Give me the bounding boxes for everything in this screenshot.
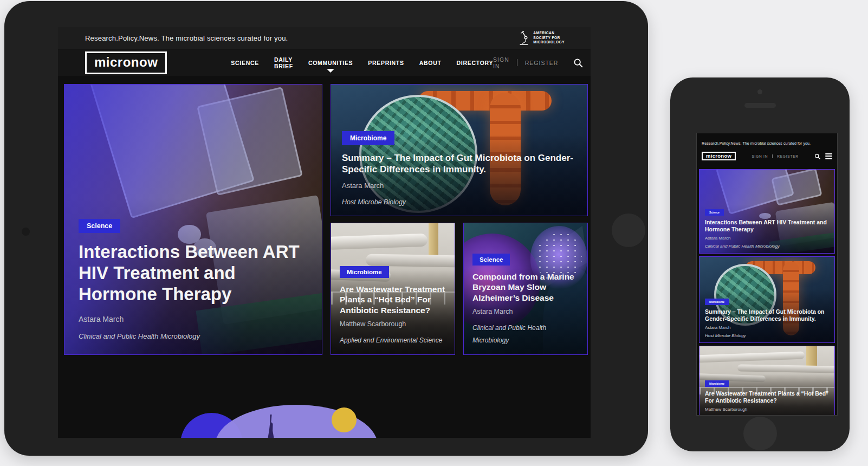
- article-card-wastewater[interactable]: Microbiome Are Wastewater Treatment Plan…: [331, 223, 455, 355]
- nav-item-about[interactable]: ABOUT: [419, 60, 442, 66]
- article-body: Microbiome Summary – The Impact of Gut M…: [331, 131, 587, 216]
- article-author: Matthew Scarborough: [705, 407, 747, 412]
- article-author: Matthew Scarborough: [340, 320, 406, 328]
- site-topbar: Research.Policy.News. The microbial scie…: [58, 27, 591, 49]
- article-title[interactable]: Are Wastewater Treatment Plants a “Hot B…: [705, 390, 829, 404]
- article-author: Astara March: [472, 308, 513, 315]
- main-navbar: micronow SCIENCE DAILY BRIEF COMMUNITIES…: [58, 49, 591, 76]
- register-link[interactable]: REGISTER: [777, 154, 799, 158]
- asm-logo-text: AMERICAN SOCIETY FOR MICROBIOLOGY: [533, 31, 565, 45]
- nav-links: SCIENCE DAILY BRIEF COMMUNITIES PREPRINT…: [231, 56, 493, 69]
- article-card-gut-microbiota[interactable]: Microbiome Summary – The Impact of Gut M…: [699, 256, 835, 343]
- phone-camera: [757, 89, 762, 94]
- article-body: Science Interactions Between ART HIV Tre…: [699, 209, 834, 253]
- article-card-hero[interactable]: Science Interactions Between ART HIV Tre…: [64, 84, 322, 355]
- article-card-alzheimers[interactable]: Science Compound from a Marine Bryzoan M…: [463, 223, 588, 355]
- auth-links: SIGN IN REGISTER: [493, 56, 558, 69]
- category-badge[interactable]: Microbiome: [340, 266, 389, 278]
- microscope-icon: [519, 31, 529, 46]
- category-badge[interactable]: Microbiome: [705, 299, 729, 305]
- article-body: Science Compound from a Marine Bryzoan M…: [464, 254, 587, 354]
- site-tagline: Research.Policy.News. The microbial scie…: [702, 141, 811, 145]
- article-title[interactable]: Compound from a Marine Bryzoan May Slow …: [472, 271, 579, 303]
- site-logo[interactable]: micronow: [85, 51, 167, 74]
- search-icon[interactable]: [814, 153, 820, 159]
- nav-item-communities[interactable]: COMMUNITIES: [308, 60, 353, 66]
- article-category: Host Microbe Biology: [342, 198, 406, 206]
- article-title[interactable]: Are Wastewater Treatment Plants a “Hot B…: [340, 284, 446, 316]
- article-category: Applied and Environmental Science: [340, 334, 442, 347]
- phone-site-topbar: Research.Policy.News. The microbial scie…: [697, 133, 837, 149]
- article-category: Host Microbe Biology: [705, 333, 746, 338]
- article-category: Clinical and Public Health Microbiology: [79, 332, 200, 340]
- tablet-home-button: [612, 213, 645, 247]
- category-badge[interactable]: Science: [79, 219, 120, 233]
- category-badge[interactable]: Microbiome: [342, 131, 394, 145]
- article-card-wastewater[interactable]: Microbiome Are Wastewater Treatment Plan…: [699, 346, 835, 415]
- article-title[interactable]: Summary – The Impact of Gut Microbiota o…: [342, 152, 576, 176]
- category-badge[interactable]: Science: [705, 209, 724, 216]
- article-card-gut-microbiota[interactable]: Microbiome Summary – The Impact of Gut M…: [331, 84, 588, 216]
- chevron-down-icon: [327, 69, 334, 73]
- auth-divider: [772, 154, 773, 158]
- category-badge[interactable]: Microbiome: [705, 380, 729, 387]
- asm-line-1: AMERICAN: [533, 31, 565, 36]
- sign-in-link[interactable]: SIGN IN: [493, 56, 509, 69]
- article-title[interactable]: Interactions Between ART HIV Treatment a…: [79, 242, 308, 305]
- article-body: Microbiome Summary – The Impact of Gut M…: [699, 299, 834, 342]
- phone-screen: Research.Policy.News. The microbial scie…: [697, 133, 837, 415]
- article-card-hero[interactable]: Science Interactions Between ART HIV Tre…: [699, 169, 835, 254]
- article-author: Astara March: [342, 182, 384, 190]
- phone-speaker: [744, 103, 776, 108]
- article-body: Microbiome Are Wastewater Treatment Plan…: [331, 266, 455, 354]
- hamburger-menu-icon[interactable]: [825, 153, 832, 159]
- article-category: Clinical and Public Health Microbiology: [705, 244, 780, 249]
- sign-in-link[interactable]: SIGN IN: [752, 154, 768, 158]
- article-author: Astara March: [79, 315, 124, 323]
- tablet-screen: Research.Policy.News. The microbial scie…: [58, 27, 591, 438]
- article-grid: Science Interactions Between ART HIV Tre…: [58, 76, 591, 438]
- category-badge[interactable]: Science: [472, 254, 510, 266]
- phone-home-button: [743, 417, 777, 450]
- article-category: Clinical and Public Health Microbiology: [472, 322, 579, 347]
- article-author: Astara March: [705, 236, 731, 241]
- article-body: Science Interactions Between ART HIV Tre…: [64, 219, 322, 354]
- article-title[interactable]: Summary – The Impact of Gut Microbiota o…: [705, 308, 829, 322]
- auth-links: SIGN IN REGISTER: [752, 154, 798, 158]
- auth-divider: [517, 59, 517, 66]
- phone-device-frame: Research.Policy.News. The microbial scie…: [670, 77, 850, 451]
- search-icon[interactable]: [573, 58, 583, 68]
- nav-item-preprints[interactable]: PREPRINTS: [368, 60, 404, 66]
- phone-navbar: micronow SIGN IN REGISTER: [697, 149, 837, 162]
- tablet-device-frame: Research.Policy.News. The microbial scie…: [4, 1, 648, 456]
- footer-illustration-yellow-circle: [332, 407, 357, 432]
- register-link[interactable]: REGISTER: [525, 60, 559, 66]
- nav-item-science[interactable]: SCIENCE: [231, 60, 259, 66]
- article-title[interactable]: Interactions Between ART HIV Treatment a…: [705, 219, 829, 233]
- site-tagline: Research.Policy.News. The microbial scie…: [85, 34, 288, 42]
- nav-item-directory[interactable]: DIRECTORY: [457, 60, 494, 66]
- article-author: Astara March: [705, 325, 731, 330]
- asm-logo: AMERICAN SOCIETY FOR MICROBIOLOGY: [519, 31, 565, 46]
- nav-item-daily-brief[interactable]: DAILY BRIEF: [274, 56, 293, 69]
- site-logo-text: micronow: [94, 55, 158, 69]
- tablet-camera: [22, 228, 30, 236]
- article-body: Microbiome Are Wastewater Treatment Plan…: [699, 380, 834, 415]
- asm-line-2: SOCIETY FOR: [533, 36, 565, 41]
- asm-line-3: MICROBIOLOGY: [533, 40, 565, 45]
- site-logo[interactable]: micronow: [702, 152, 736, 160]
